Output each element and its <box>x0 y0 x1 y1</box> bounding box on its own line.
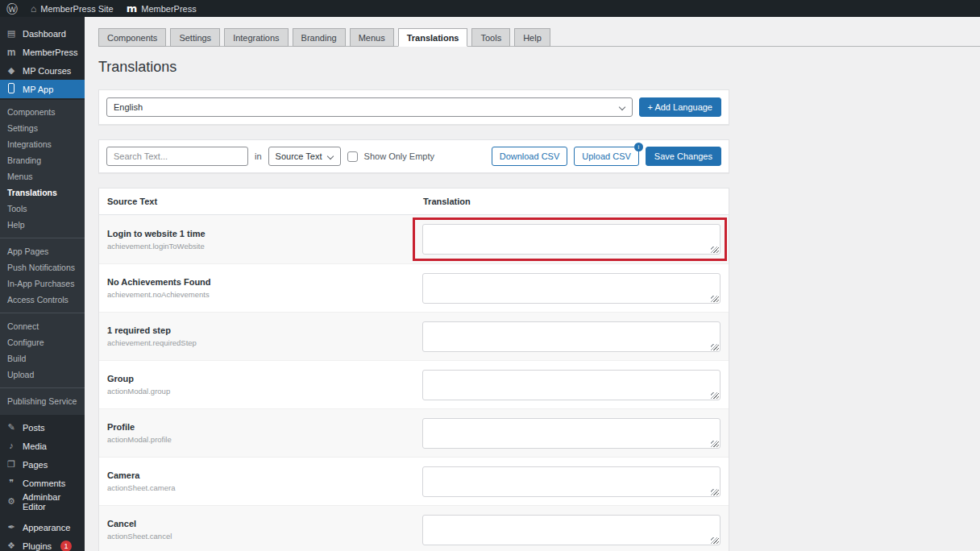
tab-integrations[interactable]: Integrations <box>224 28 288 47</box>
translation-textarea[interactable] <box>422 418 720 449</box>
dashboard-icon: ▤ <box>6 29 17 38</box>
column-header-source-text: Source Text <box>107 197 423 206</box>
memberpress-adminbar-label: MemberPress <box>141 4 196 14</box>
download-csv-button[interactable]: Download CSV <box>492 147 568 166</box>
sidebar-main-top: ▤DashboardmMemberPress◆MP CoursesMP App <box>0 17 85 98</box>
submenu-item-build[interactable]: Build <box>0 350 85 367</box>
upload-csv-wrap: Upload CSV i <box>574 147 639 166</box>
info-badge-icon[interactable]: i <box>634 143 643 151</box>
submenu-item-connect[interactable]: Connect <box>0 318 85 334</box>
menu-item-label: Pages <box>23 460 48 470</box>
source-text-label: Profile <box>107 422 422 432</box>
table-row: Login to website 1 timeachievement.login… <box>99 215 729 263</box>
sidebar-item-media[interactable]: ♪Media <box>0 437 85 455</box>
tab-tools[interactable]: Tools <box>471 28 510 47</box>
submenu-item-settings[interactable]: Settings <box>0 120 85 136</box>
submenu-item-configure[interactable]: Configure <box>0 334 85 350</box>
menu-item-label: Appearance <box>23 523 70 532</box>
search-in-label: in <box>255 151 262 161</box>
menu-item-label: Comments <box>23 478 65 488</box>
upload-csv-label: Upload CSV <box>582 151 631 161</box>
menu-item-label: MemberPress <box>23 48 77 57</box>
tab-help[interactable]: Help <box>514 28 550 47</box>
submenu-item-tools[interactable]: Tools <box>0 201 85 217</box>
column-header-translation: Translation <box>423 197 720 206</box>
translation-textarea[interactable] <box>422 224 720 255</box>
menu-item-label: MP Courses <box>23 66 71 76</box>
language-panel: English + Add Language <box>98 89 729 125</box>
sidebar-item-mp-courses[interactable]: ◆MP Courses <box>0 61 85 80</box>
memberpress-adminbar-menu[interactable]: m MemberPress <box>120 0 203 17</box>
translation-textarea[interactable] <box>422 515 720 545</box>
translation-cell <box>422 466 720 497</box>
memberpress-logo-icon: m <box>127 2 138 14</box>
tab-branding[interactable]: Branding <box>293 28 346 47</box>
submenu-item-upload[interactable]: Upload <box>0 367 85 383</box>
table-row: ProfileactionModal.profile <box>99 408 729 457</box>
show-only-empty-checkbox[interactable] <box>347 151 358 162</box>
save-changes-label: Save Changes <box>654 151 712 161</box>
wp-logo-menu[interactable]: Ⓦ <box>0 0 24 17</box>
submenu-item-in-app-purchases[interactable]: In-App Purchases <box>0 276 85 292</box>
submenu-item-publishing-service[interactable]: Publishing Service <box>0 393 85 409</box>
source-text-label: Login to website 1 time <box>107 229 422 238</box>
table-body: Login to website 1 timeachievement.login… <box>99 215 729 551</box>
sidebar-item-pages[interactable]: ❐Pages <box>0 455 85 474</box>
search-input[interactable] <box>106 147 248 166</box>
submenu-item-components[interactable]: Components <box>0 104 85 120</box>
sidebar-item-dashboard[interactable]: ▤Dashboard <box>0 24 85 43</box>
site-name-label: MemberPress Site <box>40 4 113 14</box>
tab-components[interactable]: Components <box>98 28 166 47</box>
tab-translations[interactable]: Translations <box>398 28 468 47</box>
tab-menus[interactable]: Menus <box>350 28 394 47</box>
show-only-empty-label[interactable]: Show Only Empty <box>364 151 434 161</box>
memberpress-icon: m <box>6 48 17 57</box>
phone-shape <box>8 83 15 93</box>
translation-textarea[interactable] <box>422 321 720 352</box>
sidebar-item-plugins[interactable]: ❖Plugins1 <box>0 536 85 551</box>
table-header-row: Source Text Translation <box>99 188 729 215</box>
site-name-menu[interactable]: ⌂ MemberPress Site <box>24 0 120 17</box>
sidebar-item-adminbar-editor[interactable]: ⚙Adminbar Editor <box>0 492 85 511</box>
submenu-item-access-controls[interactable]: Access Controls <box>0 292 85 308</box>
posts-icon: ✎ <box>6 423 17 432</box>
source-text-cell: ProfileactionModal.profile <box>107 422 422 444</box>
save-changes-button[interactable]: Save Changes <box>646 147 721 166</box>
sidebar-main-bottom: ✎Posts♪Media❐Pages❞Comments⚙Adminbar Edi… <box>0 415 85 551</box>
source-text-key: achievement.noAchievements <box>107 290 422 299</box>
home-icon: ⌂ <box>31 4 36 14</box>
submenu-item-integrations[interactable]: Integrations <box>0 136 85 152</box>
content-area: ComponentsSettingsIntegrationsBrandingMe… <box>85 17 980 551</box>
pages-icon: ❐ <box>6 460 17 469</box>
submenu-item-menus[interactable]: Menus <box>0 168 85 184</box>
translation-textarea[interactable] <box>422 370 720 400</box>
submenu-item-help[interactable]: Help <box>0 217 85 233</box>
upload-csv-button[interactable]: Upload CSV <box>574 147 639 166</box>
source-text-key: actionModal.profile <box>107 435 422 444</box>
source-text-cell: GroupactionModal.group <box>107 374 422 396</box>
sidebar-item-mp-app[interactable]: MP App <box>0 80 85 98</box>
translation-cell <box>422 224 720 255</box>
sidebar-item-comments[interactable]: ❞Comments <box>0 474 85 492</box>
submenu-item-app-pages[interactable]: App Pages <box>0 243 85 259</box>
add-language-button[interactable]: + Add Language <box>639 97 721 117</box>
language-select[interactable]: English <box>106 97 633 117</box>
submenu-item-translations[interactable]: Translations <box>0 184 85 201</box>
plugins-icon: ❖ <box>6 541 17 550</box>
source-text-key: achievement.requiredStep <box>107 338 422 347</box>
source-text-label: 1 required step <box>107 325 422 335</box>
search-field-select[interactable]: Source Text <box>268 147 341 166</box>
mp-courses-icon: ◆ <box>6 66 17 75</box>
submenu-item-branding[interactable]: Branding <box>0 152 85 168</box>
submenu-item-push-notifications[interactable]: Push Notifications <box>0 259 85 276</box>
source-text-cell: No Achievements Foundachievement.noAchie… <box>107 277 422 299</box>
sidebar-item-appearance[interactable]: ✒Appearance <box>0 518 85 536</box>
source-text-cell: Login to website 1 timeachievement.login… <box>107 229 422 251</box>
sidebar-item-posts[interactable]: ✎Posts <box>0 418 85 437</box>
sidebar-mp-app-submenu: ComponentsSettingsIntegrationsBrandingMe… <box>0 100 85 415</box>
sidebar-item-memberpress[interactable]: mMemberPress <box>0 43 85 61</box>
translation-textarea[interactable] <box>422 466 720 497</box>
translation-textarea[interactable] <box>422 273 720 304</box>
tab-settings[interactable]: Settings <box>170 28 220 47</box>
update-count-badge: 1 <box>60 541 72 551</box>
